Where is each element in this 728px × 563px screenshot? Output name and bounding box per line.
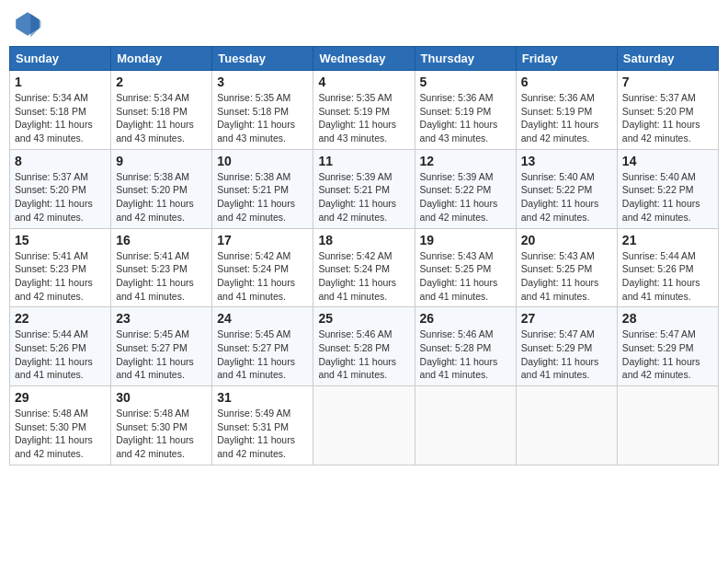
day-number: 7: [622, 75, 713, 89]
calendar-week-3: 15Sunrise: 5:41 AM Sunset: 5:23 PM Dayli…: [10, 228, 719, 307]
calendar-week-2: 8Sunrise: 5:37 AM Sunset: 5:20 PM Daylig…: [10, 149, 719, 228]
day-number: 31: [217, 390, 308, 405]
day-detail: Sunrise: 5:46 AM Sunset: 5:28 PM Dayligh…: [318, 327, 409, 382]
day-number: 9: [116, 154, 207, 168]
day-detail: Sunrise: 5:44 AM Sunset: 5:26 PM Dayligh…: [622, 249, 713, 304]
day-detail: Sunrise: 5:47 AM Sunset: 5:29 PM Dayligh…: [622, 327, 713, 382]
day-number: 10: [217, 154, 308, 168]
column-header-thursday: Thursday: [415, 47, 516, 71]
day-number: 18: [318, 233, 409, 247]
calendar-day-empty: [415, 386, 516, 465]
day-number: 22: [15, 311, 106, 326]
day-detail: Sunrise: 5:34 AM Sunset: 5:18 PM Dayligh…: [116, 91, 207, 145]
day-number: 26: [420, 311, 511, 326]
day-number: 11: [318, 154, 409, 168]
day-detail: Sunrise: 5:47 AM Sunset: 5:29 PM Dayligh…: [521, 327, 612, 382]
day-detail: Sunrise: 5:43 AM Sunset: 5:25 PM Dayligh…: [420, 249, 511, 304]
calendar-day-4: 4Sunrise: 5:35 AM Sunset: 5:19 PM Daylig…: [313, 71, 415, 150]
calendar-day-28: 28Sunrise: 5:47 AM Sunset: 5:29 PM Dayli…: [617, 307, 718, 386]
day-number: 29: [15, 390, 106, 405]
day-number: 5: [420, 75, 511, 89]
day-number: 3: [217, 75, 308, 89]
day-detail: Sunrise: 5:36 AM Sunset: 5:19 PM Dayligh…: [420, 91, 511, 145]
calendar-day-14: 14Sunrise: 5:40 AM Sunset: 5:22 PM Dayli…: [617, 149, 718, 228]
calendar-day-7: 7Sunrise: 5:37 AM Sunset: 5:20 PM Daylig…: [617, 71, 718, 150]
day-number: 4: [318, 75, 409, 89]
day-number: 28: [622, 311, 713, 326]
day-detail: Sunrise: 5:42 AM Sunset: 5:24 PM Dayligh…: [318, 249, 409, 304]
calendar-week-5: 29Sunrise: 5:48 AM Sunset: 5:30 PM Dayli…: [10, 386, 719, 465]
day-number: 16: [116, 233, 207, 247]
calendar-day-25: 25Sunrise: 5:46 AM Sunset: 5:28 PM Dayli…: [313, 307, 415, 386]
day-number: 1: [15, 75, 106, 89]
day-number: 21: [622, 233, 713, 247]
day-detail: Sunrise: 5:34 AM Sunset: 5:18 PM Dayligh…: [15, 91, 106, 145]
day-detail: Sunrise: 5:48 AM Sunset: 5:30 PM Dayligh…: [116, 407, 207, 461]
day-number: 27: [521, 311, 612, 326]
calendar-day-13: 13Sunrise: 5:40 AM Sunset: 5:22 PM Dayli…: [516, 149, 617, 228]
logo-icon: [13, 9, 42, 39]
calendar-day-2: 2Sunrise: 5:34 AM Sunset: 5:18 PM Daylig…: [111, 71, 212, 150]
calendar-day-empty: [617, 386, 718, 465]
day-detail: Sunrise: 5:43 AM Sunset: 5:25 PM Dayligh…: [521, 249, 612, 304]
calendar-day-24: 24Sunrise: 5:45 AM Sunset: 5:27 PM Dayli…: [212, 307, 313, 386]
calendar-day-31: 31Sunrise: 5:49 AM Sunset: 5:31 PM Dayli…: [212, 386, 313, 465]
calendar-day-30: 30Sunrise: 5:48 AM Sunset: 5:30 PM Dayli…: [111, 386, 212, 465]
day-number: 12: [420, 154, 511, 168]
day-number: 13: [521, 154, 612, 168]
calendar-day-18: 18Sunrise: 5:42 AM Sunset: 5:24 PM Dayli…: [313, 228, 415, 307]
day-detail: Sunrise: 5:35 AM Sunset: 5:19 PM Dayligh…: [318, 91, 409, 145]
day-number: 24: [217, 311, 308, 326]
calendar-week-1: 1Sunrise: 5:34 AM Sunset: 5:18 PM Daylig…: [10, 71, 719, 150]
calendar-table: SundayMondayTuesdayWednesdayThursdayFrid…: [9, 46, 719, 465]
calendar-day-1: 1Sunrise: 5:34 AM Sunset: 5:18 PM Daylig…: [10, 71, 111, 150]
day-detail: Sunrise: 5:39 AM Sunset: 5:22 PM Dayligh…: [420, 170, 511, 224]
day-detail: Sunrise: 5:38 AM Sunset: 5:20 PM Dayligh…: [116, 170, 207, 224]
day-detail: Sunrise: 5:41 AM Sunset: 5:23 PM Dayligh…: [15, 249, 106, 304]
calendar-day-3: 3Sunrise: 5:35 AM Sunset: 5:18 PM Daylig…: [212, 71, 313, 150]
day-detail: Sunrise: 5:44 AM Sunset: 5:26 PM Dayligh…: [15, 327, 106, 382]
day-detail: Sunrise: 5:37 AM Sunset: 5:20 PM Dayligh…: [15, 170, 106, 224]
day-detail: Sunrise: 5:48 AM Sunset: 5:30 PM Dayligh…: [15, 407, 106, 461]
calendar-day-21: 21Sunrise: 5:44 AM Sunset: 5:26 PM Dayli…: [617, 228, 718, 307]
calendar-day-20: 20Sunrise: 5:43 AM Sunset: 5:25 PM Dayli…: [516, 228, 617, 307]
day-number: 25: [318, 311, 409, 326]
day-detail: Sunrise: 5:42 AM Sunset: 5:24 PM Dayligh…: [217, 249, 308, 304]
day-number: 17: [217, 233, 308, 247]
day-number: 6: [521, 75, 612, 89]
day-detail: Sunrise: 5:36 AM Sunset: 5:19 PM Dayligh…: [521, 91, 612, 145]
calendar-day-10: 10Sunrise: 5:38 AM Sunset: 5:21 PM Dayli…: [212, 149, 313, 228]
day-number: 30: [116, 390, 207, 405]
calendar-day-16: 16Sunrise: 5:41 AM Sunset: 5:23 PM Dayli…: [111, 228, 212, 307]
calendar-day-6: 6Sunrise: 5:36 AM Sunset: 5:19 PM Daylig…: [516, 71, 617, 150]
svg-marker-1: [30, 14, 40, 38]
day-detail: Sunrise: 5:45 AM Sunset: 5:27 PM Dayligh…: [116, 327, 207, 382]
column-header-saturday: Saturday: [617, 47, 718, 71]
day-detail: Sunrise: 5:39 AM Sunset: 5:21 PM Dayligh…: [318, 170, 409, 224]
calendar-day-8: 8Sunrise: 5:37 AM Sunset: 5:20 PM Daylig…: [10, 149, 111, 228]
column-header-friday: Friday: [516, 47, 617, 71]
calendar-day-empty: [516, 386, 617, 465]
day-detail: Sunrise: 5:40 AM Sunset: 5:22 PM Dayligh…: [622, 170, 713, 224]
day-detail: Sunrise: 5:46 AM Sunset: 5:28 PM Dayligh…: [420, 327, 511, 382]
calendar-week-4: 22Sunrise: 5:44 AM Sunset: 5:26 PM Dayli…: [10, 307, 719, 386]
day-detail: Sunrise: 5:45 AM Sunset: 5:27 PM Dayligh…: [217, 327, 308, 382]
calendar-day-12: 12Sunrise: 5:39 AM Sunset: 5:22 PM Dayli…: [415, 149, 516, 228]
day-detail: Sunrise: 5:37 AM Sunset: 5:20 PM Dayligh…: [622, 91, 713, 145]
day-detail: Sunrise: 5:38 AM Sunset: 5:21 PM Dayligh…: [217, 170, 308, 224]
day-number: 8: [15, 154, 106, 168]
day-detail: Sunrise: 5:35 AM Sunset: 5:18 PM Dayligh…: [217, 91, 308, 145]
day-detail: Sunrise: 5:40 AM Sunset: 5:22 PM Dayligh…: [521, 170, 612, 224]
day-number: 19: [420, 233, 511, 247]
column-header-tuesday: Tuesday: [212, 47, 313, 71]
calendar-day-11: 11Sunrise: 5:39 AM Sunset: 5:21 PM Dayli…: [313, 149, 415, 228]
column-header-sunday: Sunday: [10, 47, 111, 71]
day-detail: Sunrise: 5:41 AM Sunset: 5:23 PM Dayligh…: [116, 249, 207, 304]
day-number: 15: [15, 233, 106, 247]
day-number: 2: [116, 75, 207, 89]
day-number: 14: [622, 154, 713, 168]
calendar-day-22: 22Sunrise: 5:44 AM Sunset: 5:26 PM Dayli…: [10, 307, 111, 386]
day-number: 20: [521, 233, 612, 247]
calendar-day-23: 23Sunrise: 5:45 AM Sunset: 5:27 PM Dayli…: [111, 307, 212, 386]
column-header-wednesday: Wednesday: [313, 47, 415, 71]
